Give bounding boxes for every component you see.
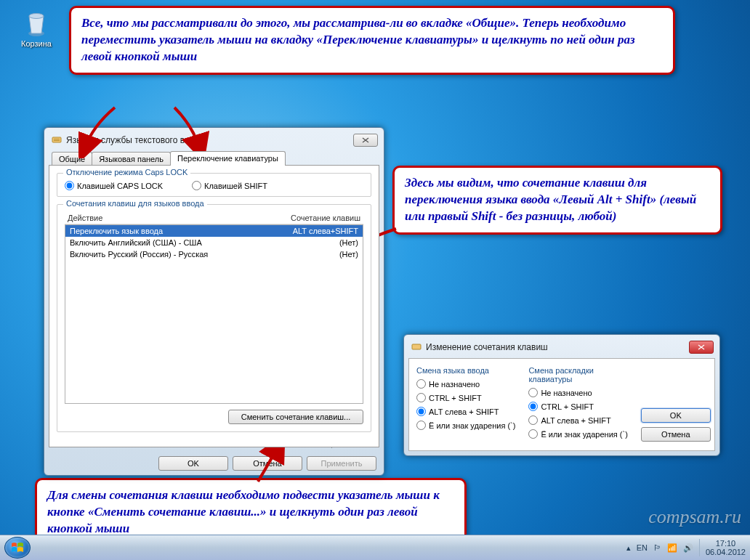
keyboard-icon: [52, 134, 62, 147]
list-header: Действие Сочетание клавиш: [65, 212, 363, 224]
dialog2-titlebar[interactable]: Изменение сочетания клавиш: [408, 339, 715, 358]
dialog2-title: Изменение сочетания клавиш: [426, 342, 548, 352]
radio-layout-altshift[interactable]: ALT слева + SHIFT: [528, 415, 627, 425]
radio-layout-ctrlshift[interactable]: CTRL + SHIFT: [528, 402, 627, 411]
tray-chevron-icon[interactable]: ▴: [626, 543, 631, 553]
dialog2-cancel-button[interactable]: Отмена: [641, 427, 711, 442]
tab-langbar[interactable]: Языковая панель: [92, 152, 171, 166]
hotkey-listview[interactable]: Переключить язык вводаALT слева+SHIFT Вк…: [65, 224, 363, 404]
watermark: compsam.ru: [648, 506, 741, 528]
tray-volume-icon[interactable]: 🔊: [683, 543, 693, 553]
dialog1-close-button[interactable]: [353, 134, 378, 147]
col1-header: Смена языка ввода: [416, 366, 515, 375]
taskbar-clock[interactable]: 17:10 06.04.2012: [699, 539, 746, 556]
dialog1-title: Языки и службы текстового ввода: [66, 135, 203, 145]
radio-lang-ctrlshift[interactable]: CTRL + SHIFT: [416, 393, 515, 402]
radio-lang-altshift[interactable]: ALT слева + SHIFT: [416, 407, 515, 416]
dialog2-ok-button[interactable]: OK: [641, 408, 711, 423]
radio-shift[interactable]: Клавишей SHIFT: [192, 181, 267, 190]
dialog1-apply-button[interactable]: Применить: [307, 456, 376, 471]
keyboard-icon: [411, 341, 422, 354]
svg-rect-3: [54, 139, 60, 139]
radio-lang-none[interactable]: Не назначено: [416, 379, 515, 389]
start-button[interactable]: [4, 537, 31, 559]
dialog1-titlebar[interactable]: Языки и службы текстового ввода: [49, 132, 379, 151]
taskbar[interactable]: ▴ EN 🏳 📶 🔊 17:10 06.04.2012: [0, 535, 750, 560]
callout-top: Все, что мы рассматривали до этого, мы р…: [69, 6, 675, 75]
radio-lang-grave[interactable]: Ё или знак ударения (`): [416, 421, 515, 430]
recycle-bin-icon: [22, 9, 51, 38]
table-row[interactable]: Включить Русский (Россия) - Русская(Нет): [65, 248, 363, 260]
svg-rect-2: [52, 137, 61, 142]
radio-capslock[interactable]: Клавишей CAPS LOCK: [65, 181, 163, 190]
table-row[interactable]: Включить Английский (США) - США(Нет): [65, 237, 363, 248]
system-tray[interactable]: ▴ EN 🏳 📶 🔊 17:10 06.04.2012: [626, 539, 746, 556]
col-input-lang: Смена языка ввода Не назначено CTRL + SH…: [416, 366, 515, 443]
tray-network-icon[interactable]: 📶: [667, 543, 677, 553]
dialog1-ok-button[interactable]: OK: [158, 456, 228, 471]
clock-time: 17:10: [706, 539, 746, 548]
tray-flag-icon[interactable]: 🏳: [653, 543, 661, 552]
group-capslock-legend: Отключение режима Caps LOCK: [63, 168, 190, 176]
group-capslock: Отключение режима Caps LOCK Клавишей CAP…: [57, 173, 371, 197]
close-icon: [362, 137, 369, 143]
tab-general[interactable]: Общие: [52, 152, 92, 166]
recycle-bin-label: Корзина: [15, 39, 58, 48]
table-row[interactable]: Переключить язык вводаALT слева+SHIFT: [65, 225, 363, 237]
col-layout: Смена раскладки клавиатуры Не назначено …: [528, 366, 627, 443]
group-hotkeys-legend: Сочетания клавиш для языков ввода: [63, 199, 207, 208]
recycle-bin[interactable]: Корзина: [15, 9, 58, 48]
dialog2-close-button[interactable]: [689, 341, 714, 354]
svg-rect-4: [54, 140, 60, 141]
group-hotkeys: Сочетания клавиш для языков ввода Действ…: [57, 204, 371, 432]
windows-logo-icon: [11, 541, 24, 554]
radio-layout-none[interactable]: Не назначено: [528, 388, 627, 397]
change-hotkey-button[interactable]: Сменить сочетание клавиш...: [228, 410, 363, 424]
dialog-text-services: Языки и службы текстового ввода Общие Яз…: [44, 127, 384, 476]
clock-date: 06.04.2012: [706, 548, 746, 556]
radio-layout-grave[interactable]: Ё или знак ударения (`): [528, 429, 627, 439]
dialog-change-hotkey: Изменение сочетания клавиш Смена языка в…: [403, 334, 720, 456]
tab-switch[interactable]: Переключение клавиатуры: [170, 151, 286, 166]
callout-right: Здесь мы видим, что сочетание клавиш для…: [392, 166, 722, 235]
close-icon: [698, 344, 705, 350]
lang-indicator[interactable]: EN: [637, 543, 648, 552]
svg-rect-5: [412, 344, 421, 349]
col2-header: Смена раскладки клавиатуры: [528, 366, 627, 384]
dialog1-cancel-button[interactable]: Отмена: [233, 456, 302, 471]
svg-point-1: [29, 14, 44, 19]
